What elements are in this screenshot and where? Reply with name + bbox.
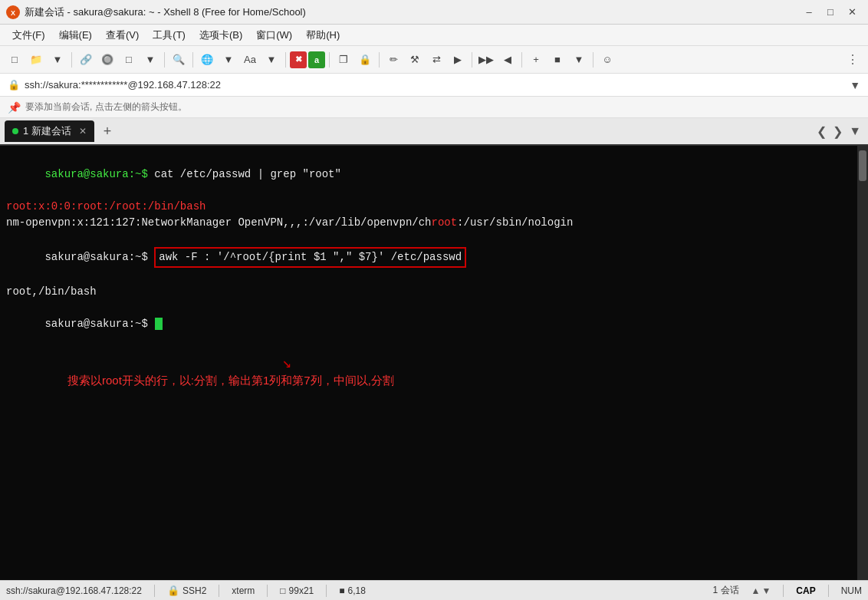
tab-next-button[interactable]: ❯	[830, 124, 845, 139]
prompt-green-1: sakura@sakura:~$	[44, 168, 147, 180]
menu-file[interactable]: 文件(F)	[6, 27, 51, 44]
status-size-text: 99x21	[289, 585, 314, 596]
address-text[interactable]: ssh://sakura:************@192.168.47.128…	[25, 79, 845, 91]
info-text: 要添加当前会话, 点击左侧的箭头按钮。	[25, 101, 187, 114]
status-sessions-text: 1 会话	[713, 584, 739, 597]
status-sep-5	[783, 585, 784, 597]
dropdown2-button[interactable]: ▼	[140, 50, 160, 70]
xshell-logo-button[interactable]: ✖	[290, 51, 307, 68]
menu-bar: 文件(F) 编辑(E) 查看(V) 工具(T) 选项卡(B) 窗口(W) 帮助(…	[0, 25, 868, 46]
status-sessions: 1 会话	[713, 584, 739, 597]
grid-button[interactable]: ■	[547, 50, 567, 70]
minimize-button[interactable]: –	[799, 4, 819, 21]
status-size-icon: □	[280, 585, 285, 596]
toolbar-sep-9	[593, 52, 593, 68]
more-button[interactable]: ⋮	[842, 52, 863, 67]
prompt-green-6: sakura@sakura:~$	[44, 318, 147, 330]
close-button[interactable]: ✕	[842, 4, 862, 21]
tab-prev-button[interactable]: ❮	[814, 124, 829, 139]
app-icon: X	[6, 5, 20, 19]
toolbar-sep-6	[379, 52, 380, 68]
toolbar-sep-2	[164, 52, 165, 68]
status-scroll-arrows[interactable]: ▲ ▼	[751, 585, 771, 596]
search-button[interactable]: 🔍	[169, 50, 189, 70]
transfer-button[interactable]: ⇄	[426, 50, 446, 70]
menu-tools[interactable]: 工具(T)	[146, 27, 192, 44]
scroll-up-button[interactable]: ▲	[751, 585, 761, 596]
smiley-button[interactable]: ☺	[597, 50, 617, 70]
terminal-line-5: root,/bin/bash	[6, 284, 851, 300]
toolbar-sep-1	[71, 52, 72, 68]
toolbar-sep-8	[521, 52, 522, 68]
status-bar: ssh://sakura@192.168.47.128:22 🔒 SSH2 xt…	[0, 580, 868, 600]
globe-button[interactable]: 🌐	[197, 50, 217, 70]
maximize-button[interactable]: □	[820, 4, 840, 21]
num-indicator: NUM	[841, 585, 862, 596]
menu-view[interactable]: 查看(V)	[100, 27, 145, 44]
compose-button[interactable]: ✏	[383, 50, 403, 70]
green-btn[interactable]: a	[308, 51, 325, 68]
terminal-line-4: sakura@sakura:~$ awk -F : '/^root/{print…	[6, 231, 851, 284]
menu-tabs[interactable]: 选项卡(B)	[193, 27, 248, 44]
prompt-green-4: sakura@sakura:~$	[44, 251, 147, 263]
terminal[interactable]: sakura@sakura:~$ cat /etc/passwd | grep …	[0, 146, 857, 580]
fullscreen-button[interactable]: ❐	[334, 50, 353, 70]
down-arrow-icon: ↘	[282, 353, 291, 372]
vertical-scrollbar[interactable]	[857, 146, 868, 580]
dropdown3-button[interactable]: ▼	[219, 50, 238, 70]
font-button[interactable]: Aa	[240, 50, 260, 70]
status-size: □ 99x21	[280, 585, 314, 596]
title-left: X 新建会话 - sakura@sakura: ~ - Xshell 8 (Fr…	[6, 5, 306, 19]
send-all-button[interactable]: ▶▶	[476, 50, 496, 70]
info-bar: 📌 要添加当前会话, 点击左侧的箭头按钮。	[0, 97, 868, 118]
script-button[interactable]: ⚒	[405, 50, 425, 70]
new-session-button[interactable]: □	[5, 50, 25, 70]
toolbar: □ 📁 ▼ 🔗 🔘 □ ▼ 🔍 🌐 ▼ Aa ▼ ✖ a ❐ 🔒 ✏ ⚒ ⇄ ▶…	[0, 46, 868, 74]
dropdown4-button[interactable]: ▼	[261, 50, 281, 70]
terminal-line-3: nm-openvpn:x:121:127:NetworkManager Open…	[6, 215, 851, 231]
status-lock-icon: 🔒	[167, 585, 179, 596]
receive-button[interactable]: ◀	[498, 50, 518, 70]
status-connection-text: ssh://sakura@192.168.47.128:22	[6, 585, 142, 596]
disconnect-button[interactable]: 🔘	[97, 50, 117, 70]
duplicate-button[interactable]: □	[119, 50, 139, 70]
prompt-1: sakura@sakura:~$ cat /etc/passwd | grep …	[44, 168, 340, 180]
plus-button[interactable]: +	[526, 50, 546, 70]
toolbar-sep-7	[472, 52, 472, 68]
menu-edit[interactable]: 编辑(E)	[53, 27, 98, 44]
status-sep-1	[154, 585, 155, 597]
status-position-icon: ■	[339, 585, 344, 596]
open-button[interactable]: 📁	[26, 50, 46, 70]
menu-help[interactable]: 帮助(H)	[300, 27, 346, 44]
terminal-line-6: sakura@sakura:~$	[6, 300, 851, 348]
tab-close-button[interactable]: ✕	[79, 126, 87, 137]
tab-add-button[interactable]: +	[99, 124, 117, 140]
info-pin-icon: 📌	[8, 101, 21, 114]
address-dropdown-icon[interactable]: ▼	[850, 79, 860, 91]
lock-icon: 🔒	[8, 79, 20, 91]
annotation-text: 搜索以root开头的行，以:分割，输出第1列和第7列，中间以,分割	[67, 374, 851, 388]
tab-session-1[interactable]: 1 新建会话 ✕	[5, 120, 94, 142]
arrow-area: ↘	[282, 353, 851, 372]
highlighted-command: awk -F : '/^root/{print $1 "," $7}' /etc…	[154, 247, 466, 268]
window-controls[interactable]: – □ ✕	[799, 4, 862, 21]
status-sep-6	[828, 585, 829, 597]
status-connection: ssh://sakura@192.168.47.128:22	[6, 585, 142, 596]
scroll-down-button[interactable]: ▼	[761, 585, 771, 596]
dropdown1-button[interactable]: ▼	[48, 50, 67, 70]
tab-dropdown-button[interactable]: ▼	[847, 124, 863, 139]
dropdown5-button[interactable]: ▼	[569, 50, 589, 70]
menu-window[interactable]: 窗口(W)	[250, 27, 298, 44]
connect-button[interactable]: 🔗	[76, 50, 96, 70]
title-bar: X 新建会话 - sakura@sakura: ~ - Xshell 8 (Fr…	[0, 0, 868, 25]
macro-button[interactable]: ▶	[448, 50, 468, 70]
address-bar: 🔒 ssh://sakura:************@192.168.47.1…	[0, 74, 868, 97]
lock-button[interactable]: 🔒	[355, 50, 375, 70]
status-terminal-text: xterm	[232, 585, 255, 596]
terminal-line-2: root:x:0:0:root:/root:/bin/bash	[6, 199, 851, 215]
tab-navigation: ❮ ❯ ▼	[814, 124, 863, 139]
tab-label: 1 新建会话	[23, 124, 71, 138]
scrollbar-thumb[interactable]	[859, 150, 866, 181]
status-position: ■ 6,18	[339, 585, 366, 596]
cap-indicator: CAP	[796, 585, 815, 596]
